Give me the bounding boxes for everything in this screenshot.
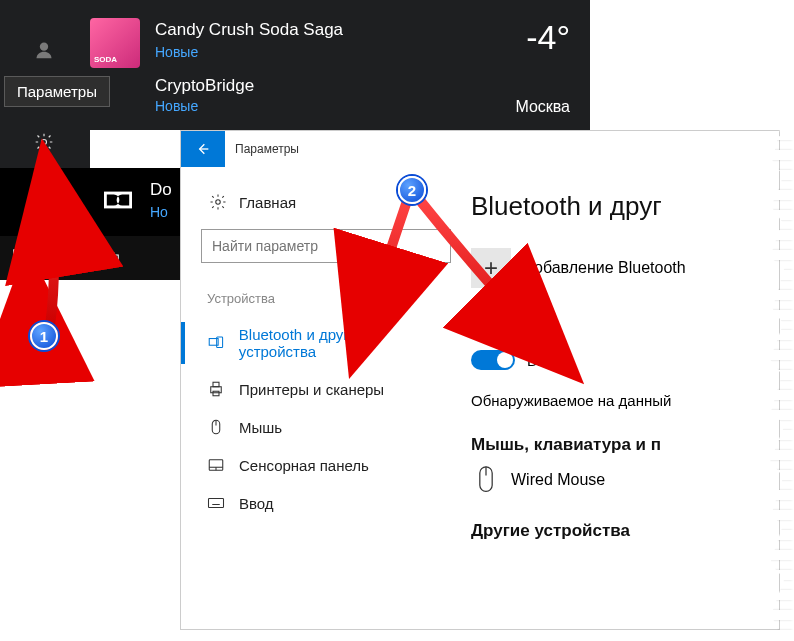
home-gear-icon [209, 193, 227, 211]
mouse-device-icon [475, 465, 497, 495]
sidebar-item-label: Сенсорная панель [239, 457, 369, 474]
power-icon[interactable] [22, 182, 62, 222]
account-icon[interactable] [24, 30, 64, 70]
discover-text: Обнаруживаемое на данный [471, 392, 779, 409]
sidebar-item-printers[interactable]: Принтеры и сканеры [201, 370, 451, 408]
settings-sidebar: Главная Устройства Bluetooth и другие ус… [181, 181, 471, 549]
settings-gear-icon[interactable] [24, 122, 64, 162]
mouse-icon [207, 418, 225, 436]
start-button[interactable] [0, 236, 44, 280]
add-device-label: Добавление Bluetooth [523, 259, 686, 277]
dolby-sub: Но [150, 204, 168, 220]
svg-rect-6 [23, 250, 30, 257]
sidebar-item-mouse[interactable]: Мышь [201, 408, 451, 446]
annotation-badge-2: 2 [398, 176, 426, 204]
svg-point-14 [216, 200, 221, 205]
svg-rect-17 [211, 387, 222, 393]
svg-point-0 [40, 43, 48, 51]
bluetooth-toggle[interactable] [471, 350, 515, 370]
svg-rect-5 [14, 250, 21, 257]
sidebar-home-label: Главная [239, 194, 296, 211]
candy-crush-icon[interactable] [90, 18, 140, 68]
annotation-badge-1: 1 [30, 322, 58, 350]
sidebar-item-bluetooth[interactable]: Bluetooth и другие устройства [201, 316, 451, 370]
app-title-candy[interactable]: Candy Crush Soda Saga [155, 20, 343, 40]
keyboard-icon [207, 494, 225, 512]
settings-window-title: Параметры [235, 142, 299, 156]
bluetooth-toggle-label: Вкл. [527, 352, 557, 369]
app-title-crypto[interactable]: CryptoBridge [155, 76, 254, 96]
dolby-title[interactable]: Do [150, 180, 172, 200]
sidebar-item-typing[interactable]: Ввод [201, 484, 451, 522]
app-sub-candy: Новые [155, 44, 198, 60]
bluetooth-devices-icon [207, 334, 225, 352]
bluetooth-heading: Bluetooth [471, 322, 779, 342]
svg-line-10 [68, 260, 73, 265]
weather-temp[interactable]: -4° [526, 18, 570, 57]
settings-main: Bluetooth и друг + Добавление Bluetooth … [471, 181, 779, 549]
settings-tooltip: Параметры [4, 76, 110, 107]
sidebar-item-label: Bluetooth и другие устройства [239, 326, 445, 360]
plus-icon: + [471, 248, 511, 288]
svg-rect-7 [14, 259, 21, 266]
task-view-icon[interactable] [88, 236, 132, 280]
sidebar-item-label: Мышь [239, 419, 282, 436]
svg-rect-11 [103, 253, 114, 262]
touchpad-icon [207, 456, 225, 474]
svg-rect-25 [209, 499, 224, 508]
sidebar-item-label: Принтеры и сканеры [239, 381, 384, 398]
sidebar-item-label: Ввод [239, 495, 274, 512]
svg-point-9 [59, 251, 70, 262]
svg-rect-8 [23, 259, 30, 266]
page-title: Bluetooth и друг [471, 191, 779, 222]
sidebar-group-devices: Устройства [207, 291, 451, 306]
svg-rect-12 [108, 255, 119, 264]
weather-city[interactable]: Москва [515, 98, 570, 116]
mkp-heading: Мышь, клавиатура и п [471, 435, 779, 455]
add-device-button[interactable]: + Добавление Bluetooth [471, 248, 779, 288]
search-icon[interactable] [44, 236, 88, 280]
svg-rect-18 [213, 382, 219, 387]
alpha-group-d: D [94, 150, 106, 168]
svg-rect-19 [213, 391, 219, 396]
dolby-tile-icon[interactable] [94, 180, 142, 220]
other-devices-heading: Другие устройства [471, 521, 779, 541]
device-name: Wired Mouse [511, 471, 605, 489]
settings-titlebar: Параметры [181, 131, 779, 167]
back-button[interactable] [181, 131, 225, 167]
taskbar [0, 236, 180, 280]
settings-window: Параметры Главная Устройства Bluetooth и… [180, 130, 780, 630]
device-row-mouse[interactable]: Wired Mouse [475, 465, 779, 495]
app-sub-crypto: Новые [155, 98, 198, 114]
sidebar-item-touchpad[interactable]: Сенсорная панель [201, 446, 451, 484]
svg-point-1 [42, 140, 47, 145]
search-input[interactable] [201, 229, 451, 263]
printer-icon [207, 380, 225, 398]
